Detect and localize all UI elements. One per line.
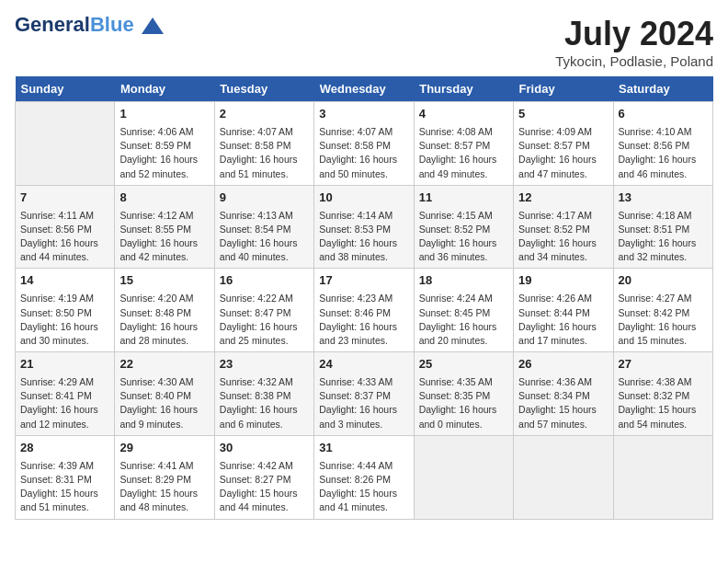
sunrise-text: Sunrise: 4:19 AM [20, 293, 94, 304]
sunset-text: Sunset: 8:54 PM [220, 224, 291, 235]
sunset-text: Sunset: 8:42 PM [619, 307, 690, 318]
day-number: 23 [220, 356, 309, 373]
calendar-cell [16, 102, 115, 186]
calendar-table: SundayMondayTuesdayWednesdayThursdayFrid… [15, 76, 713, 520]
sunrise-text: Sunrise: 4:18 AM [619, 210, 692, 221]
calendar-cell: 25Sunrise: 4:35 AMSunset: 8:35 PMDayligh… [414, 352, 513, 436]
calendar-cell: 17Sunrise: 4:23 AMSunset: 8:46 PMDayligh… [314, 269, 414, 352]
day-number: 26 [518, 356, 608, 373]
location-subtitle: Tykocin, Podlasie, Poland [555, 53, 713, 69]
sunrise-text: Sunrise: 4:44 AM [319, 460, 392, 471]
sunset-text: Sunset: 8:38 PM [220, 390, 291, 401]
calendar-cell: 21Sunrise: 4:29 AMSunset: 8:41 PMDayligh… [16, 352, 115, 436]
sunrise-text: Sunrise: 4:12 AM [119, 210, 193, 221]
daylight-text: Daylight: 16 hours and 20 minutes. [419, 321, 497, 346]
sunrise-text: Sunrise: 4:14 AM [319, 210, 392, 221]
day-number: 17 [319, 272, 408, 290]
logo: GeneralBlue [15, 15, 164, 35]
daylight-text: Daylight: 16 hours and 50 minutes. [319, 154, 397, 178]
column-header-wednesday: Wednesday [314, 76, 414, 102]
calendar-week-5: 28Sunrise: 4:39 AMSunset: 8:31 PMDayligh… [16, 435, 713, 519]
sunset-text: Sunset: 8:29 PM [119, 474, 191, 485]
sunset-text: Sunset: 8:53 PM [319, 224, 391, 235]
sunset-text: Sunset: 8:57 PM [419, 140, 491, 151]
day-number: 16 [220, 272, 309, 290]
sunset-text: Sunset: 8:34 PM [518, 390, 590, 401]
sunset-text: Sunset: 8:56 PM [619, 140, 690, 151]
sunset-text: Sunset: 8:56 PM [20, 224, 92, 235]
logo-accent: Blue [90, 13, 134, 36]
sunrise-text: Sunrise: 4:08 AM [419, 126, 493, 137]
calendar-cell: 11Sunrise: 4:15 AMSunset: 8:52 PMDayligh… [414, 185, 513, 269]
sunrise-text: Sunrise: 4:36 AM [518, 376, 592, 387]
sunrise-text: Sunrise: 4:13 AM [220, 210, 293, 221]
daylight-text: Daylight: 15 hours and 48 minutes. [119, 488, 198, 512]
column-header-saturday: Saturday [613, 76, 712, 102]
sunrise-text: Sunrise: 4:26 AM [518, 293, 592, 304]
day-number: 14 [20, 272, 109, 290]
column-header-thursday: Thursday [414, 76, 513, 102]
sunset-text: Sunset: 8:35 PM [419, 390, 491, 401]
daylight-text: Daylight: 16 hours and 52 minutes. [119, 154, 198, 178]
sunrise-text: Sunrise: 4:41 AM [119, 460, 193, 471]
day-number: 28 [20, 440, 109, 457]
calendar-cell: 10Sunrise: 4:14 AMSunset: 8:53 PMDayligh… [314, 185, 414, 269]
sunrise-text: Sunrise: 4:07 AM [220, 126, 293, 137]
sunset-text: Sunset: 8:41 PM [20, 390, 92, 401]
calendar-cell: 28Sunrise: 4:39 AMSunset: 8:31 PMDayligh… [16, 435, 115, 519]
daylight-text: Daylight: 16 hours and 30 minutes. [20, 321, 98, 346]
calendar-cell: 22Sunrise: 4:30 AMSunset: 8:40 PMDayligh… [115, 352, 214, 436]
title-block: July 2024 Tykocin, Podlasie, Poland [555, 15, 713, 69]
daylight-text: Daylight: 15 hours and 51 minutes. [20, 488, 98, 512]
calendar-cell: 7Sunrise: 4:11 AMSunset: 8:56 PMDaylight… [16, 185, 115, 269]
calendar-cell: 26Sunrise: 4:36 AMSunset: 8:34 PMDayligh… [514, 352, 613, 436]
day-number: 1 [119, 106, 209, 123]
column-header-friday: Friday [514, 76, 613, 102]
daylight-text: Daylight: 16 hours and 32 minutes. [619, 237, 697, 262]
day-number: 24 [319, 356, 408, 373]
calendar-cell: 14Sunrise: 4:19 AMSunset: 8:50 PMDayligh… [16, 269, 115, 352]
day-number: 6 [619, 106, 708, 123]
sunset-text: Sunset: 8:32 PM [619, 390, 690, 401]
sunrise-text: Sunrise: 4:17 AM [518, 210, 592, 221]
column-header-monday: Monday [115, 76, 214, 102]
sunset-text: Sunset: 8:45 PM [419, 307, 491, 318]
calendar-cell: 18Sunrise: 4:24 AMSunset: 8:45 PMDayligh… [414, 269, 513, 352]
sunset-text: Sunset: 8:55 PM [119, 224, 191, 235]
daylight-text: Daylight: 16 hours and 44 minutes. [20, 237, 98, 262]
daylight-text: Daylight: 16 hours and 12 minutes. [20, 404, 98, 429]
sunrise-text: Sunrise: 4:38 AM [619, 376, 692, 387]
calendar-cell: 20Sunrise: 4:27 AMSunset: 8:42 PMDayligh… [613, 269, 712, 352]
sunrise-text: Sunrise: 4:11 AM [20, 210, 94, 221]
calendar-cell: 19Sunrise: 4:26 AMSunset: 8:44 PMDayligh… [514, 269, 613, 352]
sunset-text: Sunset: 8:58 PM [319, 140, 391, 151]
day-number: 27 [619, 356, 708, 373]
calendar-cell [613, 435, 712, 519]
sunrise-text: Sunrise: 4:32 AM [220, 376, 293, 387]
calendar-cell: 4Sunrise: 4:08 AMSunset: 8:57 PMDaylight… [414, 102, 513, 186]
calendar-week-2: 7Sunrise: 4:11 AMSunset: 8:56 PMDaylight… [16, 185, 713, 269]
daylight-text: Daylight: 16 hours and 15 minutes. [619, 321, 697, 346]
calendar-cell: 15Sunrise: 4:20 AMSunset: 8:48 PMDayligh… [115, 269, 214, 352]
day-number: 30 [220, 440, 309, 457]
calendar-cell: 30Sunrise: 4:42 AMSunset: 8:27 PMDayligh… [214, 435, 313, 519]
calendar-cell: 6Sunrise: 4:10 AMSunset: 8:56 PMDaylight… [613, 102, 712, 186]
daylight-text: Daylight: 16 hours and 47 minutes. [518, 154, 597, 178]
sunrise-text: Sunrise: 4:35 AM [419, 376, 493, 387]
calendar-cell: 16Sunrise: 4:22 AMSunset: 8:47 PMDayligh… [214, 269, 313, 352]
sunset-text: Sunset: 8:50 PM [20, 307, 92, 318]
day-number: 18 [419, 272, 508, 290]
day-number: 3 [319, 106, 408, 123]
calendar-cell [414, 435, 513, 519]
page-header: GeneralBlue July 2024 Tykocin, Podlasie,… [15, 15, 713, 69]
calendar-cell [514, 435, 613, 519]
sunrise-text: Sunrise: 4:23 AM [319, 293, 392, 304]
calendar-week-3: 14Sunrise: 4:19 AMSunset: 8:50 PMDayligh… [16, 269, 713, 352]
daylight-text: Daylight: 16 hours and 34 minutes. [518, 237, 597, 262]
sunset-text: Sunset: 8:52 PM [419, 224, 491, 235]
day-number: 19 [518, 272, 608, 290]
daylight-text: Daylight: 15 hours and 54 minutes. [619, 404, 697, 429]
sunset-text: Sunset: 8:27 PM [220, 474, 291, 485]
day-number: 5 [518, 106, 608, 123]
day-number: 22 [119, 356, 209, 373]
